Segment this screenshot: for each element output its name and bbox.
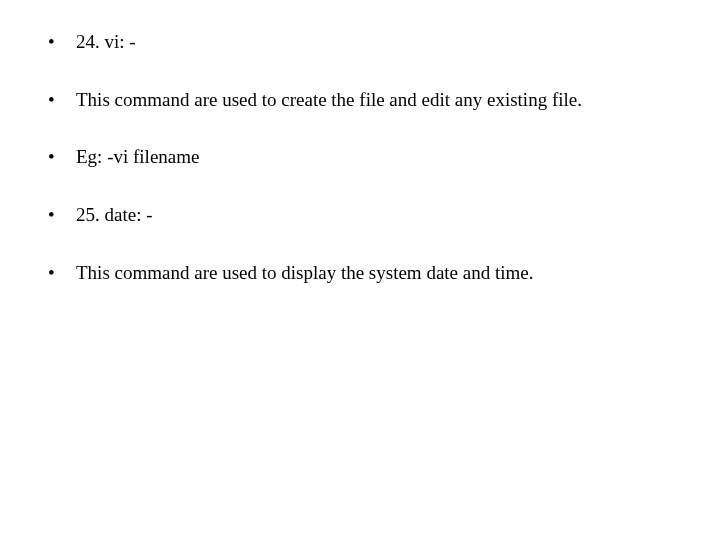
list-item-text: This command are used to create the file… — [76, 89, 582, 110]
list-item: 25. date: - — [38, 203, 700, 228]
list-item-text: Eg: -vi filename — [76, 146, 199, 167]
bullet-list: 24. vi: - This command are used to creat… — [38, 30, 700, 285]
list-item-text: 24. vi: - — [76, 31, 136, 52]
list-item: 24. vi: - — [38, 30, 700, 55]
list-item: This command are used to create the file… — [38, 88, 700, 113]
list-item-text: This command are used to display the sys… — [76, 262, 533, 283]
list-item: Eg: -vi filename — [38, 145, 700, 170]
list-item: This command are used to display the sys… — [38, 261, 700, 286]
list-item-text: 25. date: - — [76, 204, 153, 225]
